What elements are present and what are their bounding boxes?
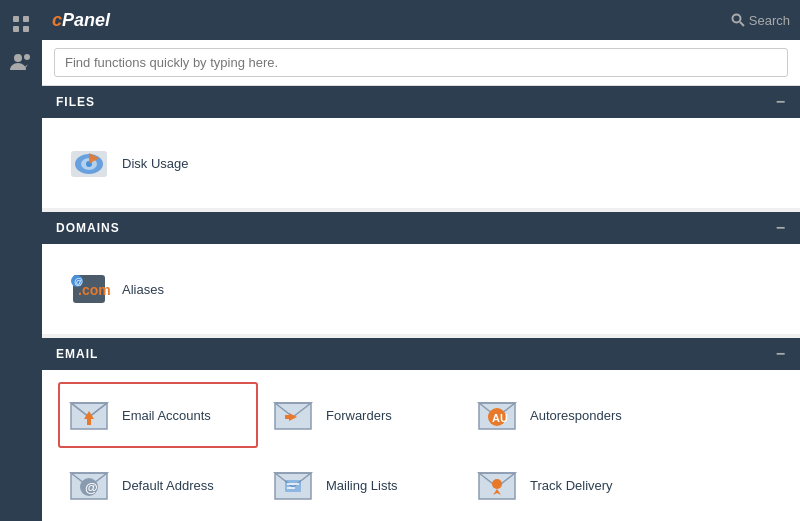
cpanel-logo-panel: Panel xyxy=(62,10,110,30)
section-domains-header[interactable]: DOMAINS − xyxy=(42,212,800,244)
svg-point-6 xyxy=(732,15,740,23)
feature-aliases[interactable]: .com @ Aliases xyxy=(58,256,258,322)
feature-track-delivery[interactable]: Track Delivery xyxy=(466,452,666,518)
default-address-label: Default Address xyxy=(122,478,214,493)
mailing-lists-label: Mailing Lists xyxy=(326,478,398,493)
svg-point-5 xyxy=(24,54,30,60)
feature-forwarders[interactable]: Forwarders xyxy=(262,382,462,448)
svg-line-7 xyxy=(740,22,744,26)
sidebar-users-icon[interactable] xyxy=(7,48,35,76)
svg-rect-1 xyxy=(23,16,29,22)
feature-default-address[interactable]: @ Default Address xyxy=(58,452,258,518)
svg-point-4 xyxy=(14,54,22,62)
svg-rect-3 xyxy=(23,26,29,32)
svg-rect-0 xyxy=(13,16,19,22)
svg-text:@: @ xyxy=(85,480,98,495)
svg-rect-21 xyxy=(87,419,91,425)
svg-rect-36 xyxy=(285,480,301,492)
section-email-header[interactable]: EMAIL − xyxy=(42,338,800,370)
forwarders-label: Forwarders xyxy=(326,408,392,423)
feature-email-accounts[interactable]: Email Accounts xyxy=(58,382,258,448)
default-address-icon: @ xyxy=(66,462,112,508)
section-domains: DOMAINS − .com @ Aliases xyxy=(42,212,800,334)
search-top-label: Search xyxy=(749,13,790,28)
forwarders-icon xyxy=(270,392,316,438)
sidebar-grid-icon[interactable] xyxy=(7,10,35,38)
main-area: cPanel Search FILES − xyxy=(42,0,800,521)
section-files-header[interactable]: FILES − xyxy=(42,86,800,118)
disk-usage-label: Disk Usage xyxy=(122,156,188,171)
cpanel-logo: cPanel xyxy=(52,10,110,31)
feature-autoresponders[interactable]: AU Autoresponders xyxy=(466,382,666,448)
topbar: cPanel Search xyxy=(42,0,800,40)
section-email: EMAIL − xyxy=(42,338,800,521)
autoresponders-label: Autoresponders xyxy=(530,408,622,423)
svg-rect-2 xyxy=(13,26,19,32)
section-domains-toggle[interactable]: − xyxy=(776,220,786,236)
content-area: FILES − xyxy=(42,86,800,521)
svg-text:@: @ xyxy=(74,277,83,287)
section-email-toggle[interactable]: − xyxy=(776,346,786,362)
mailing-lists-icon xyxy=(270,462,316,508)
section-files: FILES − xyxy=(42,86,800,208)
svg-point-41 xyxy=(492,479,502,489)
function-search-bar xyxy=(42,40,800,86)
feature-mailing-lists[interactable]: Mailing Lists xyxy=(262,452,462,518)
aliases-label: Aliases xyxy=(122,282,164,297)
email-accounts-label: Email Accounts xyxy=(122,408,211,423)
email-accounts-icon xyxy=(66,392,112,438)
track-delivery-icon xyxy=(474,462,520,508)
section-files-label: FILES xyxy=(56,95,95,109)
autoresponders-icon: AU xyxy=(474,392,520,438)
aliases-icon: .com @ xyxy=(66,266,112,312)
feature-disk-usage[interactable]: Disk Usage xyxy=(58,130,258,196)
svg-text:AU: AU xyxy=(492,412,508,424)
section-domains-body: .com @ Aliases xyxy=(42,244,800,334)
track-delivery-label: Track Delivery xyxy=(530,478,613,493)
search-top-button[interactable]: Search xyxy=(731,13,790,28)
svg-rect-25 xyxy=(285,415,293,419)
function-search-input[interactable] xyxy=(54,48,788,77)
section-email-body: Email Accounts Forwarders xyxy=(42,370,800,521)
section-files-toggle[interactable]: − xyxy=(776,94,786,110)
disk-usage-icon xyxy=(66,140,112,186)
cpanel-logo-c: c xyxy=(52,10,62,30)
sidebar xyxy=(0,0,42,521)
section-files-body: Disk Usage xyxy=(42,118,800,208)
section-domains-label: DOMAINS xyxy=(56,221,120,235)
section-email-label: EMAIL xyxy=(56,347,98,361)
